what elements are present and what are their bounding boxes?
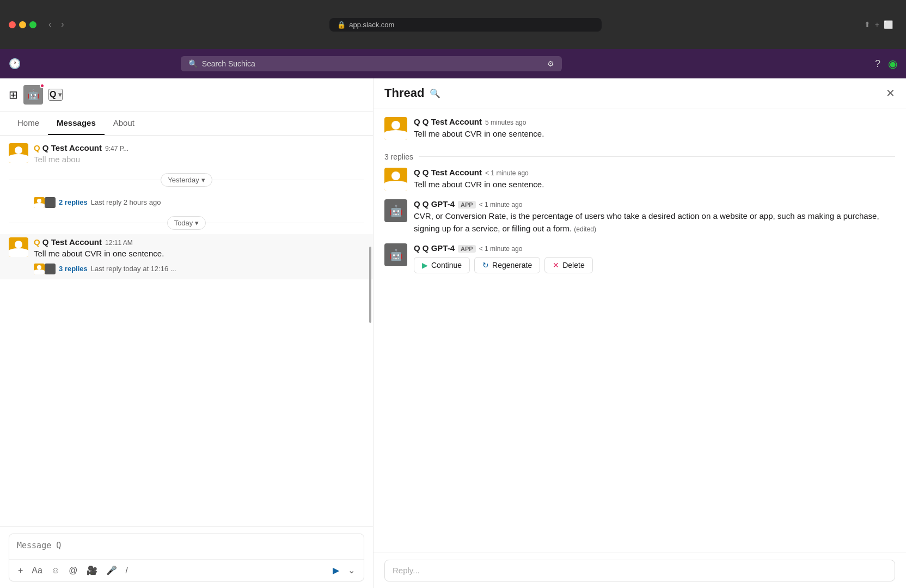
minimize-traffic-light[interactable]	[19, 21, 26, 28]
yesterday-badge[interactable]: Yesterday ▾	[161, 173, 212, 187]
font-button[interactable]: Aa	[28, 564, 46, 578]
profile-icon[interactable]: ◉	[888, 57, 897, 70]
sidebar-toggle-icon[interactable]: ⊞	[9, 88, 18, 101]
search-placeholder: Search Suchica	[202, 59, 255, 68]
back-button[interactable]: ‹	[45, 19, 54, 30]
thread-messages: Q Q Test Account 5 minutes ago Tell me a…	[374, 108, 906, 553]
slack-header: 🕐 🔍 Search Suchica ⚙ ? ◉	[0, 49, 906, 78]
thread-close-button[interactable]: ✕	[886, 87, 895, 100]
thread-text: Tell me about CVR in one sentence.	[414, 179, 895, 191]
forward-button[interactable]: ›	[58, 19, 67, 30]
yesterday-replies: 2 replies Last reply 2 hours ago	[0, 191, 373, 212]
replies-count-link[interactable]: 3 replies	[59, 265, 88, 273]
thread-header: Thread 🔍 ✕	[374, 78, 906, 108]
left-header: ⊞ 🤖 Q ▾	[0, 78, 373, 112]
new-tab-icon[interactable]: +	[875, 20, 879, 29]
thread-message-content: Q Q GPT-4 APP < 1 minute ago CVR, or Con…	[414, 199, 895, 235]
yesterday-divider: Yesterday ▾	[0, 169, 373, 191]
message-time: 12:11 AM	[105, 239, 133, 247]
history-icon[interactable]: 🕐	[9, 58, 21, 70]
reply-avatar-bot	[45, 197, 56, 208]
thread-time: < 1 minute ago	[479, 201, 523, 209]
thread-reply-input[interactable]: Reply...	[384, 560, 895, 581]
browser-actions: ⬆ + ⬜	[864, 20, 893, 29]
more-button[interactable]: ⌄	[345, 563, 358, 578]
avatar	[384, 168, 407, 191]
video-button[interactable]: 🎥	[83, 563, 101, 578]
list-item: Q Q Test Account 9:47 P... Tell me abou	[0, 140, 373, 169]
app-body: ⊞ 🤖 Q ▾ Home Messages About	[0, 78, 906, 588]
thread-message-reply3: 🤖 Q Q GPT-4 APP < 1 minute ago ▶ Continu…	[384, 243, 895, 273]
url-text: app.slack.com	[349, 21, 394, 29]
address-bar[interactable]: 🔒 app.slack.com	[329, 18, 602, 32]
continue-icon: ▶	[422, 261, 428, 270]
messages-area: Q Q Test Account 9:47 P... Tell me abou …	[0, 136, 373, 526]
bot-channel-avatar: 🤖	[24, 85, 42, 104]
message-input[interactable]	[9, 534, 364, 557]
channel-name-button[interactable]: Q ▾	[48, 89, 63, 101]
mention-button[interactable]: @	[65, 564, 81, 578]
delete-button[interactable]: ✕ Delete	[544, 257, 592, 273]
avatar: 🤖	[384, 243, 407, 266]
reply-avatar-user	[34, 264, 45, 274]
thread-author: Q Q Test Account	[414, 168, 482, 177]
last-reply-time: Last reply 2 hours ago	[91, 198, 161, 206]
tab-messages[interactable]: Messages	[48, 112, 105, 135]
message-content: Q Q Test Account 12:11 AM Tell me about …	[34, 237, 364, 276]
avatar	[9, 237, 28, 257]
today-badge[interactable]: Today ▾	[167, 216, 206, 230]
traffic-lights	[9, 21, 36, 28]
avatar	[384, 117, 407, 140]
nav-tabs: Home Messages About	[0, 112, 373, 136]
app-badge: APP	[458, 245, 476, 253]
send-button[interactable]: ▶	[329, 563, 342, 578]
replies-count-link[interactable]: 2 replies	[59, 198, 88, 206]
message-text: Tell me abou	[34, 154, 364, 166]
thread-text: Tell me about CVR in one sentence.	[414, 128, 895, 140]
message-author: Q Q Test Account	[34, 237, 102, 247]
browser-navigation: ‹ ›	[45, 19, 68, 30]
search-bar[interactable]: 🔍 Search Suchica ⚙	[181, 56, 562, 71]
reply-avatar-bot	[45, 264, 56, 274]
message-input-box: + Aa ☺ @ 🎥 🎤 / ▶ ⌄	[9, 534, 364, 581]
slash-button[interactable]: /	[123, 564, 131, 578]
header-right-actions: ? ◉	[875, 57, 897, 70]
thread-message-reply2: 🤖 Q Q GPT-4 APP < 1 minute ago CVR, or C…	[384, 199, 895, 235]
message-time: 9:47 P...	[105, 145, 128, 152]
thread-reply-area: Reply...	[374, 553, 906, 588]
attach-button[interactable]: +	[15, 564, 26, 578]
help-icon[interactable]: ?	[875, 58, 880, 70]
avatar: 🤖	[384, 199, 407, 222]
tab-home[interactable]: Home	[9, 112, 48, 135]
thread-text: CVR, or Conversion Rate, is the percenta…	[414, 210, 895, 235]
chevron-down-icon: ▾	[195, 219, 199, 227]
mic-button[interactable]: 🎤	[103, 563, 120, 578]
tabs-icon[interactable]: ⬜	[884, 20, 893, 29]
close-traffic-light[interactable]	[9, 21, 16, 28]
fullscreen-traffic-light[interactable]	[29, 21, 36, 28]
delete-icon: ✕	[553, 261, 559, 270]
action-buttons: ▶ Continue ↻ Regenerate ✕ Delete	[414, 257, 895, 273]
emoji-button[interactable]: ☺	[48, 564, 63, 578]
scrollbar-thumb[interactable]	[369, 247, 371, 323]
thread-message-content: Q Q Test Account 5 minutes ago Tell me a…	[414, 117, 895, 140]
continue-button[interactable]: ▶ Continue	[414, 257, 470, 273]
right-panel: Thread 🔍 ✕ Q Q Test Account 5 minutes ag…	[374, 78, 906, 588]
filter-icon[interactable]: ⚙	[547, 59, 554, 68]
channel-name-text: Q	[50, 90, 56, 100]
scrollbar[interactable]	[369, 136, 372, 526]
thread-author: Q Q GPT-4	[414, 199, 455, 209]
message-author: Q Q Test Account	[34, 143, 102, 152]
tab-about[interactable]: About	[105, 112, 143, 135]
thread-message-reply1: Q Q Test Account < 1 minute ago Tell me …	[384, 168, 895, 191]
share-icon: ⬆	[864, 20, 871, 29]
thread-time: 5 minutes ago	[485, 119, 526, 126]
message-text: Tell me about CVR in one sentence.	[34, 248, 364, 260]
regenerate-icon: ↻	[482, 261, 489, 270]
thread-search-icon[interactable]: 🔍	[430, 88, 440, 99]
lock-icon: 🔒	[337, 21, 346, 29]
regenerate-button[interactable]: ↻ Regenerate	[474, 257, 540, 273]
replies-divider: 3 replies	[384, 149, 895, 168]
dropdown-icon: ▾	[58, 91, 62, 99]
search-icon: 🔍	[188, 59, 198, 68]
